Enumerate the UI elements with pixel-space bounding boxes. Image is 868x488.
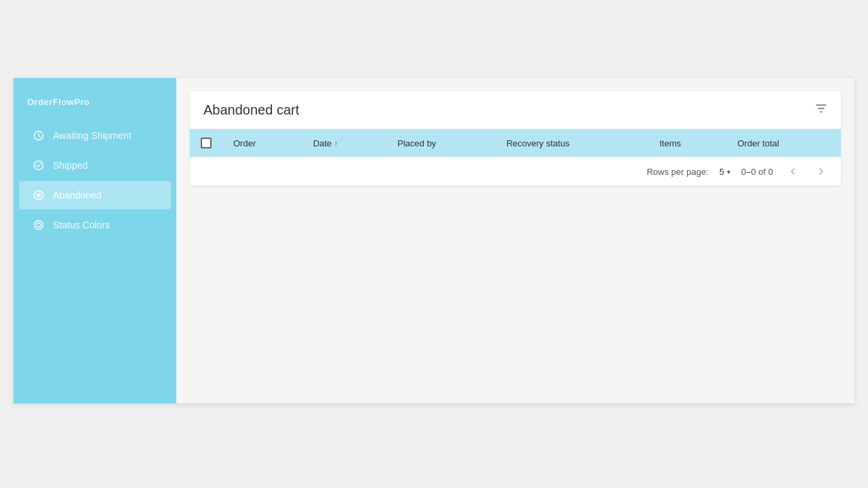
sidebar-item-shipped[interactable]: Shipped bbox=[19, 151, 171, 180]
page-info: 0–0 of 0 bbox=[741, 167, 773, 177]
rows-per-page-label: Rows per page: bbox=[647, 167, 709, 177]
col-header-items: Items bbox=[648, 129, 726, 157]
col-header-order: Order bbox=[222, 129, 302, 157]
col-header-order-total: Order total bbox=[727, 129, 842, 157]
shipped-icon bbox=[33, 159, 45, 171]
sidebar-item-label: Status Colors bbox=[53, 220, 110, 230]
clock-icon bbox=[33, 129, 45, 142]
col-header-placed-by: Placed by bbox=[387, 129, 496, 157]
col-header-checkbox bbox=[190, 129, 222, 157]
main-content: Abandoned cart bbox=[176, 78, 854, 403]
sidebar: OrderFlowPro Awaiting Shipment Shipped bbox=[14, 78, 176, 403]
chevron-down-icon: ▾ bbox=[727, 168, 730, 176]
prev-page-button[interactable] bbox=[784, 164, 802, 179]
sidebar-item-label: Awaiting Shipment bbox=[53, 130, 132, 141]
pagination-row: Rows per page: 5 ▾ 0–0 of 0 bbox=[190, 157, 841, 186]
next-page-button[interactable] bbox=[812, 164, 830, 179]
svg-point-4 bbox=[35, 221, 43, 230]
filter-icon[interactable] bbox=[815, 102, 827, 118]
col-header-recovery-status: Recovery status bbox=[496, 129, 649, 157]
select-all-checkbox[interactable] bbox=[201, 138, 212, 148]
page-title: Abandoned cart bbox=[203, 102, 299, 118]
data-table: Order Date ↑ Placed by Recovery bbox=[190, 129, 841, 157]
sidebar-logo: OrderFlowPro bbox=[14, 92, 176, 121]
sidebar-item-awaiting-shipment[interactable]: Awaiting Shipment bbox=[19, 121, 171, 150]
sidebar-item-status-colors[interactable]: Status Colors bbox=[19, 211, 171, 239]
rows-per-page-select[interactable]: 5 ▾ bbox=[719, 167, 730, 177]
app-wrapper: OrderFlowPro Awaiting Shipment Shipped bbox=[14, 78, 854, 403]
sidebar-item-abandoned[interactable]: Abandoned bbox=[19, 181, 171, 209]
svg-point-5 bbox=[37, 223, 41, 227]
col-header-date[interactable]: Date ↑ bbox=[302, 129, 387, 157]
svg-point-3 bbox=[37, 193, 41, 197]
sort-asc-icon: ↑ bbox=[334, 139, 338, 147]
table-card: Abandoned cart bbox=[190, 92, 841, 186]
rows-per-page-value: 5 bbox=[719, 167, 724, 177]
sidebar-item-label: Shipped bbox=[53, 160, 87, 171]
table-header: Abandoned cart bbox=[190, 92, 841, 129]
abandoned-icon bbox=[33, 189, 45, 201]
sidebar-item-label: Abandoned bbox=[53, 190, 102, 201]
status-colors-icon bbox=[33, 219, 45, 231]
